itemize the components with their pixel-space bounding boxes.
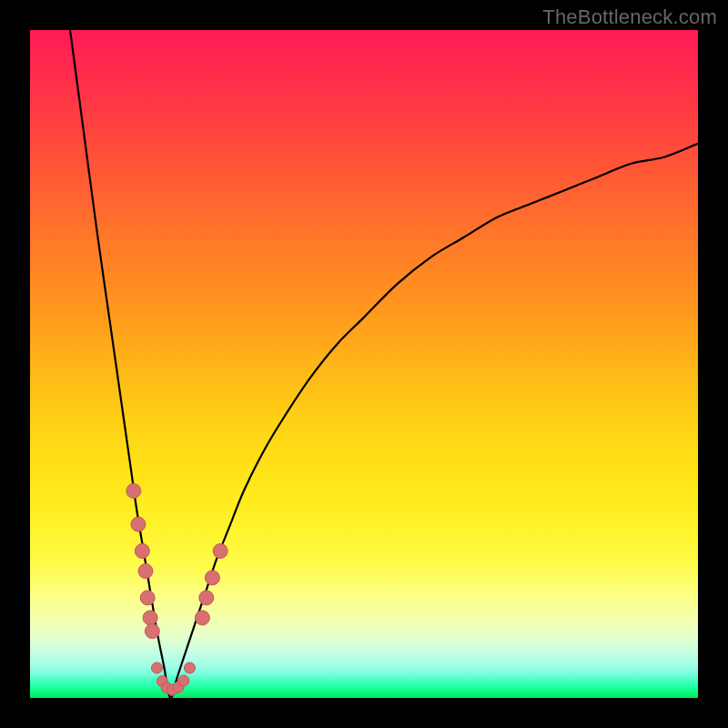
sample-dots	[126, 483, 228, 695]
chart-frame: TheBottleneck.com	[0, 0, 728, 728]
watermark-text: TheBottleneck.com	[542, 5, 717, 29]
curve-layer	[30, 30, 698, 698]
sample-dot	[195, 611, 209, 625]
sample-dot	[145, 624, 159, 639]
sample-dot	[151, 662, 162, 673]
sample-dot	[126, 483, 141, 498]
sample-dot	[184, 662, 195, 673]
sample-dot	[131, 517, 146, 531]
bottleneck-curve	[70, 30, 698, 698]
sample-dot	[178, 675, 189, 686]
sample-dot	[205, 571, 219, 585]
sample-dot	[213, 544, 228, 559]
sample-dot	[143, 611, 157, 625]
sample-dot	[140, 591, 155, 605]
plot-area	[30, 30, 698, 698]
sample-dot	[199, 591, 214, 605]
sample-dot	[138, 564, 153, 579]
sample-dot	[135, 544, 149, 559]
